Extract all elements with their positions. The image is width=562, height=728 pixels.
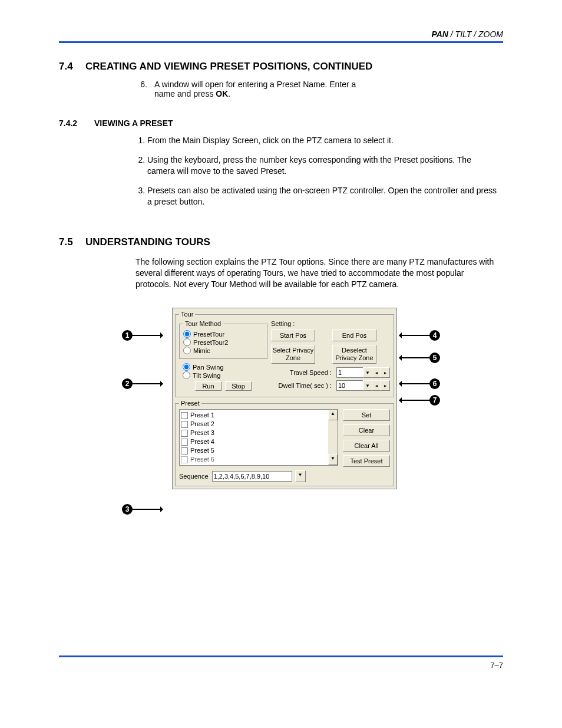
list-item: Preset 6 — [181, 455, 336, 464]
preset-scrollbar[interactable]: ▲ ▼ — [328, 410, 338, 465]
radio-panswing[interactable]: Pan Swing — [183, 363, 264, 371]
section-7-4-2-title: VIEWING A PRESET — [94, 118, 173, 128]
section-7-4-title: CREATING AND VIEWING PRESET POSITIONS, C… — [85, 61, 372, 73]
footer-rule — [59, 655, 503, 657]
callout-7: 7 — [400, 395, 440, 406]
checkbox-icon[interactable] — [181, 447, 188, 454]
tour-legend: Tour — [179, 311, 195, 318]
checkbox-icon[interactable] — [181, 421, 188, 428]
dwell-time-input[interactable] — [336, 380, 363, 391]
radio-tiltswing[interactable]: Tilt Swing — [183, 371, 264, 379]
page-header: PAN / TILT / ZOOM — [59, 29, 503, 39]
dwell-time-right[interactable]: ▸ — [381, 380, 390, 391]
list-item: Preset 3 — [181, 429, 336, 437]
clear-button[interactable]: Clear — [343, 424, 390, 436]
tour-method-legend: Tour Method — [183, 320, 223, 327]
callout-3: 3 — [122, 504, 162, 515]
preset-legend: Preset — [179, 400, 201, 407]
start-pos-button[interactable]: Start Pos — [271, 330, 315, 341]
section-7-4-heading: 7.4 CREATING AND VIEWING PRESET POSITION… — [59, 61, 503, 73]
travel-speed-label: Travel Speed : — [271, 369, 334, 376]
select-privacy-button[interactable]: Select Privacy Zone — [271, 345, 315, 364]
header-rule — [59, 41, 503, 43]
dwell-time-label: Dwell Time( sec ) : — [271, 382, 334, 389]
clear-all-button[interactable]: Clear All — [343, 440, 390, 452]
test-preset-button[interactable]: Test Preset — [343, 455, 390, 467]
list-item: Preset 1 — [181, 411, 336, 420]
section-7-5-heading: 7.5 UNDERSTANDING TOURS — [59, 236, 503, 248]
end-pos-button[interactable]: End Pos — [332, 330, 376, 341]
stop-button[interactable]: Stop — [225, 381, 252, 391]
dwell-time-left[interactable]: ◂ — [372, 380, 381, 391]
sequence-input[interactable] — [212, 471, 292, 482]
callout-1: 1 — [122, 330, 162, 341]
header-pan: PAN — [431, 29, 448, 39]
tour-dialog-figure: 1 2 3 4 5 6 7 Tour Tour Me — [122, 308, 440, 526]
section-7-4-2-heading: 7.4.2 VIEWING A PRESET — [59, 118, 503, 128]
scroll-up-icon[interactable]: ▲ — [328, 410, 338, 420]
run-button[interactable]: Run — [195, 381, 222, 391]
checkbox-icon[interactable] — [181, 439, 188, 446]
callout-2: 2 — [122, 378, 162, 389]
dwell-time-dropdown[interactable]: ▼ — [363, 380, 372, 391]
section-7-5-para: The following section explains the PTZ T… — [135, 256, 497, 290]
header-rest: / TILT / ZOOM — [448, 29, 503, 39]
step-1: From the Main Display Screen, click on t… — [147, 135, 497, 146]
step-3: Presets can also be activated using the … — [147, 185, 497, 207]
callout-5: 5 — [400, 353, 440, 363]
set-button[interactable]: Set — [343, 409, 390, 421]
section-7-4-number: 7.4 — [59, 61, 85, 73]
callout-6: 6 — [400, 378, 440, 389]
preset-fieldset: Preset Preset 1 Preset 2 Preset 3 Preset… — [175, 400, 394, 486]
step-2: Using the keyboard, press the number key… — [147, 154, 497, 177]
step6-text: A window will open for entering a Preset… — [154, 80, 366, 98]
sequence-label: Sequence — [179, 473, 209, 480]
viewing-preset-steps: From the Main Display Screen, click on t… — [135, 135, 497, 207]
scroll-down-icon[interactable]: ▼ — [328, 454, 338, 465]
section-7-4-2-body: From the Main Display Screen, click on t… — [135, 135, 497, 207]
deselect-privacy-button[interactable]: Deselect Privacy Zone — [332, 345, 376, 364]
callout-4: 4 — [400, 330, 440, 341]
setting-label: Setting : — [271, 320, 390, 327]
tour-method-fieldset: Tour Method PresetTour PresetTour2 Mimic — [179, 320, 267, 359]
list-item: Preset 4 — [181, 437, 336, 446]
radio-presettour[interactable]: PresetTour — [183, 330, 263, 338]
section-7-4-2-number: 7.4.2 — [59, 118, 94, 128]
travel-speed-input[interactable] — [336, 367, 363, 378]
list-item: Preset 2 — [181, 420, 336, 429]
checkbox-icon[interactable] — [181, 456, 188, 463]
section-7-5-number: 7.5 — [59, 236, 85, 248]
radio-presettour2[interactable]: PresetTour2 — [183, 338, 263, 346]
page-number: 7–7 — [59, 661, 503, 670]
sequence-dropdown[interactable]: ▼ — [295, 470, 306, 482]
list-item: Preset 5 — [181, 446, 336, 455]
travel-speed-dropdown[interactable]: ▼ — [363, 367, 372, 378]
checkbox-icon[interactable] — [181, 412, 188, 419]
step6-number: 6. — [135, 80, 147, 98]
tour-dialog: Tour Tour Method PresetTour PresetTour2 … — [172, 308, 397, 489]
tour-fieldset: Tour Tour Method PresetTour PresetTour2 … — [175, 311, 394, 397]
travel-speed-left[interactable]: ◂ — [372, 367, 381, 378]
radio-mimic[interactable]: Mimic — [183, 347, 263, 354]
section-7-5-title: UNDERSTANDING TOURS — [85, 236, 210, 248]
section-7-4-body: 6. A window will open for entering a Pre… — [135, 80, 497, 98]
preset-list[interactable]: Preset 1 Preset 2 Preset 3 Preset 4 Pres… — [179, 409, 338, 467]
travel-speed-right[interactable]: ▸ — [381, 367, 390, 378]
checkbox-icon[interactable] — [181, 430, 188, 437]
